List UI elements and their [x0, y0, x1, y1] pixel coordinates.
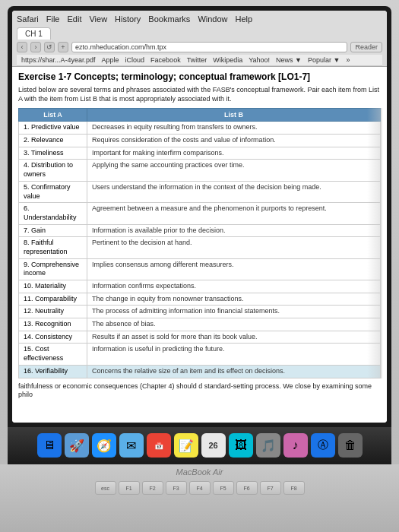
dock: 🖥 🚀 🧭 ✉ 📅 📝 26 🖼 🎵 ♪ Ⓐ 🗑	[8, 427, 391, 464]
key-f6[interactable]: F6	[236, 481, 258, 495]
list-a-cell: 7. Gain	[19, 224, 87, 237]
concept-table: List A List B 1. Predictive valueDecreas…	[18, 108, 381, 378]
macbook-bottom: MacBook Air esc F1 F2 F3 F4 F5 F6 F7 F8	[0, 464, 399, 532]
table-row: 13. RecognitionThe absence of bias.	[19, 318, 381, 331]
table-row: 7. GainInformation is available prior to…	[19, 224, 381, 237]
list-b-cell: Important for making interfirm compariso…	[87, 147, 381, 160]
bottom-text: faithfulness or economic consequences (C…	[18, 382, 381, 400]
list-b-cell: Requires consideration of the costs and …	[87, 135, 381, 147]
dock-photos[interactable]: 🖼	[229, 433, 253, 458]
table-row: 10. MaterialityInformation confirms expe…	[19, 280, 381, 293]
list-a-cell: 14. Consistency	[19, 331, 87, 344]
dock-mail[interactable]: ✉	[119, 433, 144, 458]
back-button[interactable]: ‹	[17, 42, 27, 52]
bookmark-apple[interactable]: Apple	[102, 56, 119, 64]
forward-button[interactable]: ›	[30, 42, 41, 52]
list-a-cell: 15. Cost effectiveness	[19, 344, 87, 365]
page-title: Exercise 1-7 Concepts; terminology; conc…	[18, 71, 381, 82]
table-row: 11. ComparabilityThe change in equity fr…	[19, 293, 381, 306]
address-bar[interactable]: ezto.mheducation.com/hm.tpx	[71, 42, 347, 52]
page-content: Exercise 1-7 Concepts; terminology; conc…	[12, 67, 387, 423]
list-a-header: List A	[19, 109, 87, 122]
menu-history[interactable]: History	[115, 14, 141, 24]
refresh-button[interactable]: ↺	[44, 42, 55, 52]
dock-calendar[interactable]: 📅	[147, 433, 171, 458]
table-row: 8. Faithful representationPertinent to t…	[19, 237, 381, 258]
bookmark-yahoo[interactable]: Yahoo!	[249, 56, 270, 64]
key-f7[interactable]: F7	[260, 481, 281, 495]
table-row: 5. Confirmatory valueUsers understand th…	[19, 181, 381, 202]
bookmark-twitter[interactable]: Twitter	[187, 56, 207, 64]
list-b-cell: Pertinent to the decision at hand.	[87, 237, 381, 258]
dock-launchpad[interactable]: 🚀	[65, 433, 89, 458]
macbook-outer: Safari File Edit View History Bookmarks …	[0, 0, 399, 532]
menu-safari[interactable]: Safari	[17, 14, 39, 24]
bookmark-popular[interactable]: Popular ▼	[308, 56, 340, 64]
table-row: 4. Distribution to ownersApplying the sa…	[19, 160, 381, 181]
list-b-cell: The change in equity from nonowner trans…	[87, 293, 381, 306]
screen-inner: Safari File Edit View History Bookmarks …	[12, 11, 387, 423]
bookmarks-bar: https://shar...A-4year.pdf Apple iCloud …	[17, 55, 382, 66]
dock-finder[interactable]: 🖥	[37, 433, 62, 458]
new-tab-button[interactable]: +	[58, 42, 68, 52]
dock-safari[interactable]: 🧭	[92, 433, 116, 458]
bookmark-news[interactable]: News ▼	[276, 56, 302, 64]
list-a-cell: 13. Recognition	[19, 318, 87, 331]
address-row: ‹ › ↺ + ezto.mheducation.com/hm.tpx Read…	[17, 40, 382, 55]
key-f4[interactable]: F4	[189, 481, 211, 495]
menu-bar: Safari File Edit View History Bookmarks …	[17, 14, 382, 25]
tabs-row: CH 1	[17, 25, 382, 40]
key-f3[interactable]: F3	[166, 481, 187, 495]
list-a-cell: 2. Relevance	[19, 135, 87, 147]
table-row: 1. Predictive valueDecreases in equity r…	[19, 122, 381, 135]
menu-view[interactable]: View	[89, 14, 107, 24]
bookmark-more[interactable]: »	[346, 56, 350, 64]
page-subtitle: Listed below are several terms and phras…	[18, 86, 381, 103]
menu-window[interactable]: Window	[198, 14, 227, 24]
bookmark-wikipedia[interactable]: Wikipedia	[213, 56, 242, 64]
reader-button[interactable]: Reader	[350, 42, 382, 52]
list-b-cell: Information is useful in predicting the …	[87, 344, 381, 365]
key-f5[interactable]: F5	[213, 481, 234, 495]
key-f8[interactable]: F8	[283, 481, 305, 495]
dock-appstore[interactable]: Ⓐ	[311, 433, 335, 458]
menu-bookmarks[interactable]: Bookmarks	[148, 14, 190, 24]
dock-itunes[interactable]: ♪	[283, 433, 308, 458]
list-b-cell: Agreement between a measure and the phen…	[87, 203, 381, 224]
dock-notes[interactable]: 📝	[174, 433, 198, 458]
table-row: 2. RelevanceRequires consideration of th…	[19, 135, 381, 147]
list-b-cell: The absence of bias.	[87, 318, 381, 331]
list-a-cell: 3. Timeliness	[19, 147, 87, 160]
table-row: 14. ConsistencyResults if an asset is so…	[19, 331, 381, 344]
list-b-cell: Information confirms expectations.	[87, 280, 381, 293]
table-row: 3. TimelinessImportant for making interf…	[19, 147, 381, 160]
list-a-cell: 4. Distribution to owners	[19, 160, 87, 181]
list-b-cell: Decreases in equity resulting from trans…	[87, 122, 381, 135]
bookmark-pdf[interactable]: https://shar...A-4year.pdf	[21, 56, 96, 64]
menu-file[interactable]: File	[46, 14, 60, 24]
menu-edit[interactable]: Edit	[67, 14, 81, 24]
list-a-cell: 5. Confirmatory value	[19, 181, 87, 202]
key-f1[interactable]: F1	[119, 481, 140, 495]
screen-area: Safari File Edit View History Bookmarks …	[8, 6, 391, 427]
dock-date[interactable]: 26	[201, 433, 226, 458]
table-wrapper: List A List B 1. Predictive valueDecreas…	[18, 108, 381, 378]
active-tab[interactable]: CH 1	[17, 27, 51, 40]
bookmark-icloud[interactable]: iCloud	[125, 56, 145, 64]
bookmark-facebook[interactable]: Facebook	[150, 56, 181, 64]
list-b-cell: Applying the same accounting practices o…	[87, 160, 381, 181]
key-esc[interactable]: esc	[95, 481, 116, 495]
table-row: 9. Comprehensive incomeImplies consensus…	[19, 258, 381, 280]
menu-help[interactable]: Help	[236, 14, 253, 24]
table-row: 12. NeutralityThe process of admitting i…	[19, 306, 381, 318]
list-a-cell: 11. Comparability	[19, 293, 87, 306]
key-f2[interactable]: F2	[142, 481, 163, 495]
keyboard-row: esc F1 F2 F3 F4 F5 F6 F7 F8	[95, 481, 305, 495]
list-a-cell: 8. Faithful representation	[19, 237, 87, 258]
table-row: 15. Cost effectivenessInformation is use…	[19, 344, 381, 365]
list-b-cell: Concerns the relative size of an item an…	[87, 365, 381, 378]
list-a-cell: 16. Verifiability	[19, 365, 87, 378]
dock-music[interactable]: 🎵	[256, 433, 280, 458]
list-a-cell: 9. Comprehensive income	[19, 258, 87, 280]
dock-trash[interactable]: 🗑	[338, 433, 363, 458]
